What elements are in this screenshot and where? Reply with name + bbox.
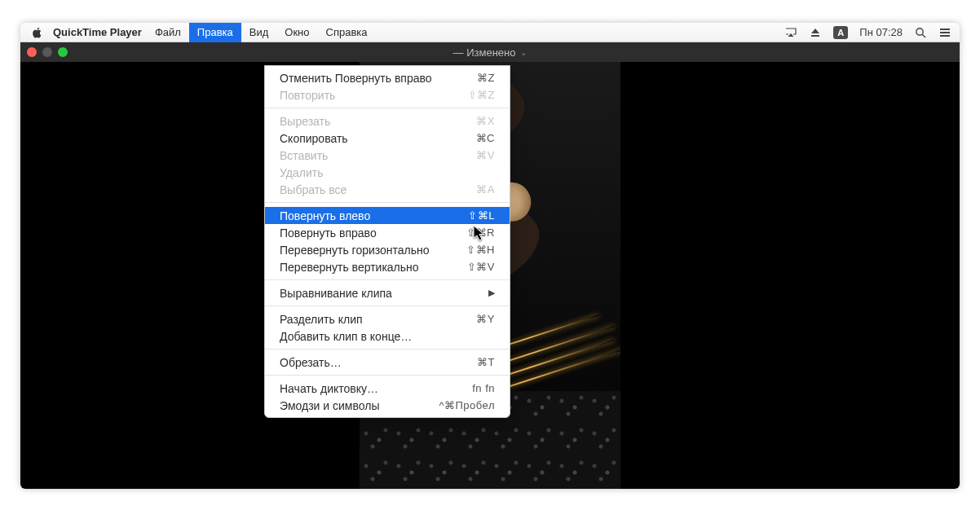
menu-item[interactable]: Эмодзи и символы^⌘Пробел [265,397,510,414]
menu-item-label: Перевернуть вертикально [280,261,419,274]
menu-separator [265,306,510,306]
menu-item-label: Отменить Повернуть вправо [280,72,432,85]
menu-item-label: Эмодзи и символы [280,399,379,412]
menu-separator [265,108,510,108]
menu-item[interactable]: Разделить клип⌘Y [265,310,510,328]
menu-item-shortcut: ⇧⌘R [466,226,495,239]
menu-separator [265,349,510,350]
menu-separator [265,279,510,280]
window-title-text: — Изменено [453,46,516,59]
menubar-right: А Пн 07:28 [784,26,951,39]
menu-window[interactable]: Окно [276,23,317,42]
menu-item[interactable]: Повернуть влево⇧⌘L [265,207,510,224]
menu-item-shortcut: fn fn [472,382,495,394]
menu-item-label: Повернуть вправо [280,226,377,240]
menu-item[interactable]: Перевернуть вертикально⇧⌘V [265,258,510,275]
input-source-indicator[interactable]: А [833,26,848,39]
menu-item: Вставить⌘V [265,147,510,164]
menu-item-shortcut: ⌘Y [476,313,495,325]
menu-item: Вырезать⌘X [265,112,510,130]
chevron-down-icon: ⌄ [520,48,527,57]
submenu-arrow-icon: ▶ [488,288,495,298]
menu-item-shortcut: ⇧⌘Z [468,89,495,101]
menu-item: Удалить [265,164,510,181]
menu-item-label: Вырезать [280,115,330,128]
svg-rect-3 [940,32,950,33]
window-zoom-button[interactable] [58,47,68,57]
apple-logo-icon[interactable] [32,27,43,38]
clock[interactable]: Пн 07:28 [859,26,903,38]
menu-item-label: Удалить [280,166,323,179]
svg-rect-4 [940,35,950,37]
menu-item-shortcut: ⌘Z [477,72,495,84]
menu-view[interactable]: Вид [241,23,277,42]
menu-item[interactable]: Добавить клип в конце… [265,328,510,345]
app-name[interactable]: QuickTime Player [53,26,142,38]
svg-point-0 [916,28,923,34]
menu-item-label: Вставить [280,149,328,162]
spotlight-icon[interactable] [914,26,927,39]
menu-item-label: Разделить клип [280,313,363,326]
airplay-icon[interactable] [784,26,797,39]
window-close-button[interactable] [27,47,37,57]
menu-item[interactable]: Скопировать⌘C [265,130,510,147]
menu-item-shortcut: ⌘A [476,183,495,196]
menu-edit[interactable]: Правка [189,23,241,42]
macos-screen: QuickTime Player Файл Правка Вид Окно Сп… [20,23,960,489]
menu-separator [265,375,510,376]
menu-item-shortcut: ⇧⌘V [467,261,495,273]
menu-item-label: Повернуть влево [280,209,370,222]
window-minimize-button[interactable] [42,47,52,57]
menu-item-shortcut: ⌘X [476,115,495,127]
menu-item-label: Перевернуть горизонтально [280,244,430,257]
edit-menu-dropdown: Отменить Повернуть вправо⌘ZПовторить⇧⌘ZВ… [264,65,510,418]
menu-file[interactable]: Файл [147,23,189,42]
menu-item-label: Начать диктовку… [280,382,378,395]
menu-item-shortcut: ⇧⌘H [466,244,495,256]
svg-line-1 [922,34,925,37]
menu-item-shortcut: ⌘C [476,132,495,144]
menu-item-label: Выравнивание клипа [280,287,392,300]
menu-item-label: Обрезать… [280,356,342,369]
menu-item[interactable]: Выравнивание клипа▶ [265,284,510,301]
menu-item-label: Выбрать все [280,183,347,196]
control-center-icon[interactable] [938,26,951,39]
menu-item-label: Добавить клип в конце… [280,330,412,343]
menu-item-shortcut: ⌘V [476,149,495,161]
menu-item-shortcut: ⇧⌘L [468,209,495,222]
menu-item: Выбрать все⌘A [265,181,510,198]
menu-item-label: Повторить [280,89,335,102]
menu-item[interactable]: Перевернуть горизонтально⇧⌘H [265,241,510,258]
menu-item-shortcut: ^⌘Пробел [439,399,495,411]
menu-help[interactable]: Справка [318,23,376,42]
svg-rect-2 [940,29,950,30]
menu-item-label: Скопировать [280,132,348,145]
menu-item: Повторить⇧⌘Z [265,86,510,103]
menu-item[interactable]: Повернуть вправо⇧⌘R [265,224,510,241]
window-titlebar: — Изменено ⌄ [20,42,960,62]
menu-item[interactable]: Начать диктовку…fn fn [265,380,510,397]
menu-item-shortcut: ⌘T [477,356,495,368]
menu-item[interactable]: Обрезать…⌘T [265,354,510,371]
menubar: QuickTime Player Файл Правка Вид Окно Сп… [20,23,960,42]
window-title[interactable]: — Изменено ⌄ [453,46,528,59]
menu-separator [265,202,510,203]
eject-icon[interactable] [809,26,822,39]
menu-item[interactable]: Отменить Повернуть вправо⌘Z [265,69,510,86]
